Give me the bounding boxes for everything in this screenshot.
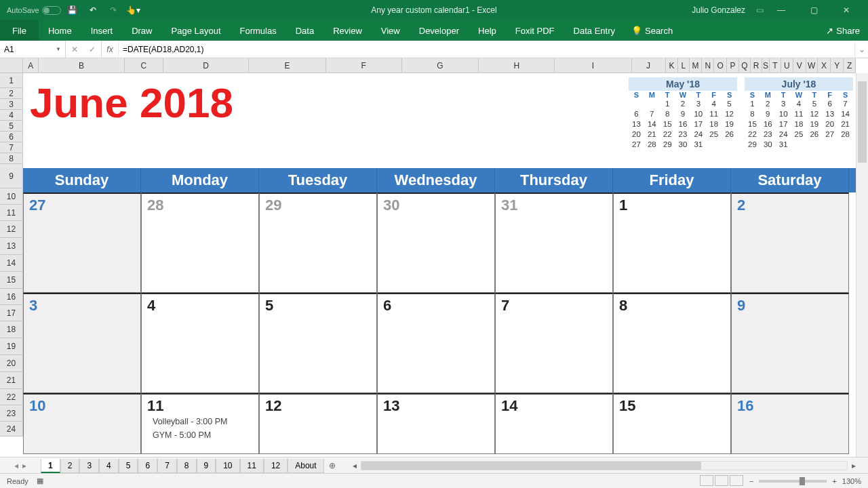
sheet-tab[interactable]: 4 — [99, 459, 119, 473]
calendar-cell[interactable]: 9 — [731, 293, 849, 393]
horizontal-scrollbar[interactable]: ◂▸ — [349, 458, 860, 473]
tab-data-entry[interactable]: Data Entry — [564, 20, 625, 41]
calendar-title: June 2018 — [30, 79, 233, 127]
status-ready: Ready — [7, 477, 28, 485]
zoom-level[interactable]: 130% — [842, 477, 861, 485]
row-headers[interactable]: 123456789101112131415161718192021222324 — [0, 73, 23, 457]
lightbulb-icon: 💡 — [631, 26, 642, 36]
calendar-cell[interactable]: 14 — [495, 393, 613, 454]
formula-bar: A1▼ ✕ ✓ fx =DATE(AD18,AD20,1) ⌄ — [0, 41, 868, 58]
close-icon[interactable]: ✕ — [831, 0, 861, 20]
document-title: Any year custom calendar1 - Excel — [371, 5, 496, 15]
tab-help[interactable]: Help — [469, 20, 506, 41]
sheet-nav-arrows[interactable]: ◂▸ — [0, 458, 41, 473]
calendar-cell[interactable]: 7 — [495, 293, 613, 393]
add-sheet-button[interactable]: ⊕ — [324, 458, 340, 473]
calendar-cell[interactable]: 11Volleyball - 3:00 PMGYM - 5:00 PM — [141, 393, 259, 454]
share-icon: ↗ — [826, 26, 833, 36]
ribbon-options-icon[interactable]: ▭ — [756, 5, 764, 15]
calendar-cell[interactable]: 2 — [731, 192, 849, 293]
column-headers[interactable]: ABCDEFGHIJKLMNOPQRSTUVWXYZ — [23, 58, 856, 73]
sheet-tab[interactable]: 11 — [240, 459, 264, 473]
calendar-cell[interactable]: 4 — [141, 293, 259, 393]
tab-developer[interactable]: Developer — [410, 20, 469, 41]
minimize-icon[interactable]: — — [766, 0, 796, 20]
calendar-cell[interactable]: 13 — [377, 393, 495, 454]
tell-me-search[interactable]: 💡Search — [625, 20, 679, 41]
calendar-cell[interactable]: 28 — [141, 192, 259, 293]
maximize-icon[interactable]: ▢ — [799, 0, 829, 20]
calendar-cell[interactable]: 15 — [613, 393, 731, 454]
sheet-tab[interactable]: 2 — [60, 459, 80, 473]
calendar-cell[interactable]: 5 — [259, 293, 377, 393]
titlebar: AutoSave 💾 ↶ ↷ 👆▾ Any year custom calend… — [0, 0, 868, 20]
autosave-toggle[interactable]: AutoSave — [7, 6, 61, 15]
spreadsheet-grid: ABCDEFGHIJKLMNOPQRSTUVWXYZ 1234567891011… — [0, 58, 868, 457]
formula-input[interactable]: =DATE(AD18,AD20,1) — [118, 41, 854, 58]
calendar-cell[interactable]: 10 — [23, 393, 141, 454]
user-name[interactable]: Julio Gonzalez — [692, 5, 745, 15]
sheet-content[interactable]: June 2018 May '18 SMTWTFS 12345678910111… — [23, 73, 856, 457]
calendar-cell[interactable]: 1 — [613, 192, 731, 293]
calendar-weekday-header: SundayMondayTuesdayWednesdayThursdayFrid… — [23, 168, 856, 192]
sheet-tab[interactable]: 8 — [177, 459, 197, 473]
zoom-in-icon[interactable]: + — [832, 477, 836, 485]
fx-icon[interactable]: fx — [102, 41, 118, 58]
undo-icon[interactable]: ↶ — [84, 1, 102, 19]
tab-draw[interactable]: Draw — [122, 20, 161, 41]
chevron-down-icon[interactable]: ▼ — [56, 46, 61, 52]
calendar-body[interactable]: 27282930311234567891011Volleyball - 3:00… — [23, 192, 856, 457]
ribbon-tabs: File Home Insert Draw Page Layout Formul… — [0, 20, 868, 41]
mini-calendar-next: July '18 SMTWTFS 12345678910111213141516… — [745, 77, 853, 150]
sheet-tab[interactable]: 10 — [216, 459, 239, 473]
calendar-cell[interactable]: 12 — [259, 393, 377, 454]
share-button[interactable]: ↗Share — [818, 20, 868, 41]
sheet-tab[interactable]: 5 — [119, 459, 138, 473]
zoom-out-icon[interactable]: − — [749, 477, 753, 485]
calendar-cell[interactable]: 8 — [613, 293, 731, 393]
tab-home[interactable]: Home — [39, 20, 81, 41]
tab-insert[interactable]: Insert — [81, 20, 123, 41]
save-icon[interactable]: 💾 — [64, 1, 81, 19]
tab-page-layout[interactable]: Page Layout — [162, 20, 231, 41]
enter-formula-icon[interactable]: ✓ — [83, 45, 101, 54]
view-buttons[interactable] — [699, 475, 744, 487]
cancel-formula-icon[interactable]: ✕ — [66, 45, 83, 54]
sheet-tab[interactable]: 3 — [79, 459, 99, 473]
calendar-cell[interactable]: 27 — [23, 192, 141, 293]
vertical-scrollbar[interactable] — [856, 73, 868, 457]
calendar-cell[interactable]: 3 — [23, 293, 141, 393]
redo-icon[interactable]: ↷ — [104, 1, 122, 19]
calendar-cell[interactable]: 6 — [377, 293, 495, 393]
calendar-cell[interactable]: 16 — [731, 393, 849, 454]
calendar-cell[interactable]: 29 — [259, 192, 377, 293]
calendar-cell[interactable]: 30 — [377, 192, 495, 293]
tab-formulas[interactable]: Formulas — [231, 20, 286, 41]
sheet-tab[interactable]: 6 — [138, 459, 157, 473]
sheet-tabs-row: ◂▸ 123456789101112About ⊕ ◂▸ — [0, 457, 868, 473]
name-box[interactable]: A1▼ — [0, 41, 66, 58]
tab-foxit-pdf[interactable]: Foxit PDF — [506, 20, 564, 41]
macro-record-icon[interactable]: ▦ — [37, 476, 43, 485]
tab-file[interactable]: File — [0, 20, 39, 41]
sheet-tab[interactable]: About — [288, 459, 323, 473]
zoom-slider[interactable] — [759, 480, 827, 483]
sheet-tab[interactable]: 12 — [264, 459, 288, 473]
sheet-tab[interactable]: 1 — [41, 459, 60, 473]
sheet-tab[interactable]: 9 — [197, 459, 216, 473]
tab-view[interactable]: View — [372, 20, 410, 41]
tab-data[interactable]: Data — [286, 20, 323, 41]
mini-calendar-prev: May '18 SMTWTFS 123456789101112131415161… — [629, 77, 737, 150]
status-bar: Ready ▦ − + 130% — [0, 473, 868, 488]
touch-mode-icon[interactable]: 👆▾ — [125, 1, 142, 19]
select-all-corner[interactable] — [0, 58, 23, 73]
sheet-tab[interactable]: 7 — [157, 459, 177, 473]
tab-review[interactable]: Review — [323, 20, 372, 41]
expand-formula-icon[interactable]: ⌄ — [854, 41, 868, 58]
calendar-cell[interactable]: 31 — [495, 192, 613, 293]
